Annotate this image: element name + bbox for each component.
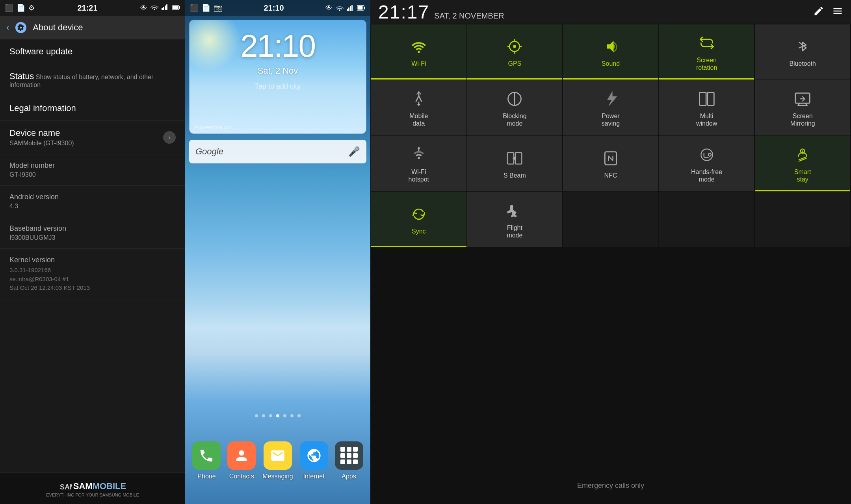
tile-flight-mode[interactable]: Flight mode [467,192,563,247]
back-button[interactable]: ‹ [6,22,9,33]
android-version-item: Android version 4.3 [0,186,185,217]
flight-mode-tile-icon [504,200,525,221]
svg-point-35 [708,153,711,156]
battery-icon-home [357,5,366,11]
baseband-version-item: Baseband version I9300BUUGMJ3 [0,217,185,249]
home-status-left: ⬛ 📄 📷 [190,4,222,12]
search-label: Google [195,146,348,157]
device-name-item[interactable]: Device name SAMMobile (GT-I9300) › [0,121,185,154]
bluetooth-tile-icon [792,36,813,57]
about-title: About device [33,22,83,33]
weather-city-prompt[interactable]: Tap to add city [190,82,366,91]
tile-power-saving[interactable]: Power saving [563,80,658,135]
svg-rect-1 [163,7,164,10]
tile-gps[interactable]: GPS [467,24,563,80]
qs-time: 21:17 [378,1,429,23]
page-dot-7 [297,414,301,417]
tile-hands-free[interactable]: Hands-free mode [659,136,754,191]
flight-mode-tile-label: Flight mode [507,224,522,239]
sync-tile-icon [409,204,429,224]
signal-icon-home [347,5,354,11]
svg-rect-5 [173,6,178,9]
status-bar-right-icons: 👁 [140,4,180,12]
smart-stay-tile-label: Smart stay [794,168,811,183]
blocking-mode-tile-label: Blocking mode [503,112,526,127]
dock-phone[interactable]: Phone [192,441,221,480]
svg-point-37 [802,150,803,152]
power-saving-tile-icon [600,89,621,109]
tile-blocking-mode[interactable]: Blocking mode [467,80,563,135]
page-dot-3 [269,414,272,417]
svg-rect-9 [347,9,348,11]
settings-icon-small: ⚙ [28,4,35,12]
screen-rotation-tile-label: Screen rotation [696,56,717,71]
sound-tile-icon [600,36,621,57]
tile-sync[interactable]: Sync [371,192,466,247]
screenshot-icon-home: ⬛ [190,4,199,12]
battery-icon-about [172,4,180,12]
quick-settings-grid: Wi-Fi GPS [370,24,851,248]
software-update-item[interactable]: Software update [0,39,185,64]
quick-settings-footer: Emergency calls only [370,248,851,504]
dock-messaging[interactable]: Messaging [262,441,293,480]
tile-screen-rotation[interactable]: Screen rotation [659,24,754,80]
phone-app-label: Phone [197,473,216,480]
tile-sound[interactable]: Sound [563,24,658,80]
power-saving-tile-label: Power saving [602,112,620,127]
weather-widget[interactable]: 21:10 Sat, 2 Nov Tap to add city AccuWea… [189,20,366,134]
tile-nfc[interactable]: NFC [563,136,658,191]
tile-smart-stay[interactable]: Smart stay [755,136,850,191]
android-version-label: Android version [9,193,176,201]
qs-menu-icon[interactable] [832,6,843,18]
qs-edit-icon[interactable] [813,6,824,18]
nfc-tile-icon [600,148,621,169]
messaging-app-icon [264,441,292,470]
hands-free-tile-icon [697,145,717,165]
software-update-title: Software update [9,46,72,56]
voice-search-icon[interactable]: 🎤 [348,146,360,157]
wifi-hotspot-tile-icon [409,145,429,165]
tile-empty-1 [563,192,658,247]
svg-rect-11 [350,6,351,11]
dock-contacts[interactable]: Contacts [227,441,256,480]
about-list: Software update Status Show status of ba… [0,39,185,472]
tile-wifi[interactable]: Wi-Fi [371,24,466,80]
google-search-bar[interactable]: Google 🎤 [189,140,366,163]
tile-mobile-data[interactable]: Mobile data [371,80,466,135]
page-dot-2 [262,414,265,417]
tile-wifi-hotspot[interactable]: Wi-Fi hotspot [371,136,466,191]
dock-internet[interactable]: Internet [300,441,328,480]
svg-rect-26 [699,92,706,105]
file-icon-home: 📄 [202,4,210,12]
sammobile-tagline: EVERYTHING FOR YOUR SAMSUNG MOBILE [46,493,139,497]
svg-rect-10 [348,7,349,11]
page-dot-1 [255,414,258,417]
wifi-tile-icon [409,36,429,57]
tile-s-beam[interactable]: S Beam [467,136,563,191]
messaging-app-label: Messaging [262,473,293,480]
legal-info-item[interactable]: Legal information [0,96,185,121]
tile-bluetooth[interactable]: Bluetooth [755,24,850,80]
privacy-icon-home: 👁 [325,4,333,12]
svg-text:SAM: SAM [60,483,72,491]
kernel-version-label: Kernel version [9,256,176,264]
legal-info-title: Legal information [9,103,76,113]
status-item[interactable]: Status Show status of battery, network, … [0,64,185,96]
android-version-value: 4.3 [9,203,176,210]
dock-apps[interactable]: Apps [335,441,363,480]
svg-rect-32 [515,153,522,164]
privacy-icon: 👁 [140,4,147,12]
screen-rotation-tile-icon [697,33,717,53]
s-beam-tile-label: S Beam [504,172,526,179]
tile-multi-window[interactable]: Multi window [659,80,754,135]
tile-empty-2 [659,192,754,247]
baseband-version-label: Baseband version [9,224,176,233]
model-number-item: Model number GT-I9300 [0,154,185,186]
status-time-about: 21:21 [77,4,97,13]
tile-screen-mirroring[interactable]: Screen Mirroring [755,80,850,135]
home-status-right: 👁 [325,4,366,12]
apps-app-icon [335,441,363,470]
status-bar-home: ⬛ 📄 📷 21:10 👁 [185,0,370,16]
settings-gear-icon [15,22,26,33]
svg-rect-3 [166,4,167,10]
